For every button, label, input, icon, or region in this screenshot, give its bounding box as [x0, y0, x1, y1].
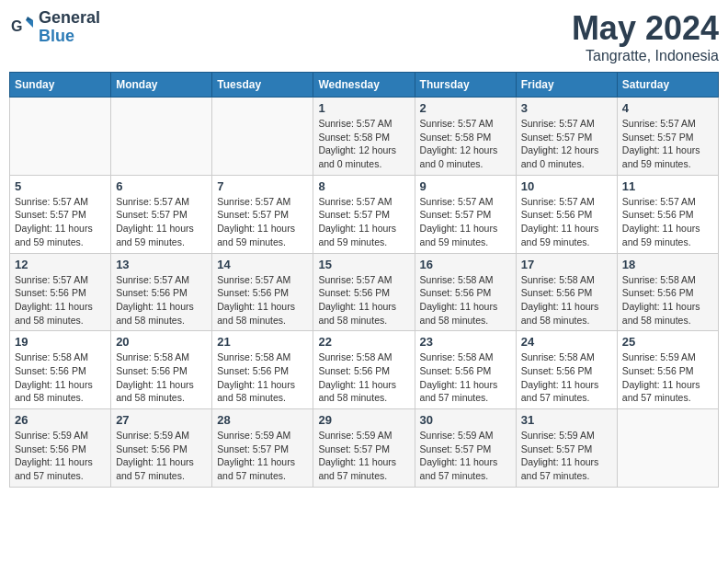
- day-number: 26: [15, 413, 106, 427]
- day-number: 24: [521, 335, 612, 349]
- calendar-cell: 21Sunrise: 5:58 AMSunset: 5:56 PMDayligh…: [212, 331, 313, 409]
- day-number: 18: [622, 258, 713, 271]
- calendar-cell: 24Sunrise: 5:58 AMSunset: 5:56 PMDayligh…: [516, 331, 617, 409]
- day-number: 11: [622, 179, 713, 193]
- day-info: Sunrise: 5:59 AMSunset: 5:57 PMDaylight:…: [420, 429, 511, 483]
- day-info: Sunrise: 5:57 AMSunset: 5:56 PMDaylight:…: [15, 273, 106, 327]
- weekday-header: Saturday: [617, 73, 718, 98]
- weekday-header: Wednesday: [313, 73, 415, 98]
- calendar-cell: 1Sunrise: 5:57 AMSunset: 5:58 PMDaylight…: [313, 98, 415, 176]
- calendar-cell: 11Sunrise: 5:57 AMSunset: 5:56 PMDayligh…: [617, 175, 718, 253]
- calendar-cell: 18Sunrise: 5:58 AMSunset: 5:56 PMDayligh…: [617, 253, 718, 331]
- weekday-header: Thursday: [415, 73, 516, 98]
- day-number: 12: [15, 258, 106, 271]
- day-number: 3: [521, 101, 612, 115]
- calendar-cell: 26Sunrise: 5:59 AMSunset: 5:56 PMDayligh…: [10, 409, 111, 488]
- calendar-cell: 19Sunrise: 5:58 AMSunset: 5:56 PMDayligh…: [10, 331, 111, 409]
- calendar-cell: 31Sunrise: 5:59 AMSunset: 5:57 PMDayligh…: [516, 409, 617, 488]
- day-info: Sunrise: 5:58 AMSunset: 5:56 PMDaylight:…: [217, 350, 308, 405]
- day-info: Sunrise: 5:57 AMSunset: 5:56 PMDaylight:…: [622, 195, 713, 249]
- calendar-cell: 28Sunrise: 5:59 AMSunset: 5:57 PMDayligh…: [212, 409, 313, 488]
- day-info: Sunrise: 5:59 AMSunset: 5:56 PMDaylight:…: [116, 429, 207, 483]
- day-info: Sunrise: 5:58 AMSunset: 5:56 PMDaylight:…: [318, 350, 409, 405]
- day-info: Sunrise: 5:57 AMSunset: 5:57 PMDaylight:…: [420, 195, 511, 249]
- calendar-cell: 25Sunrise: 5:59 AMSunset: 5:56 PMDayligh…: [617, 331, 718, 409]
- calendar-cell: 29Sunrise: 5:59 AMSunset: 5:57 PMDayligh…: [313, 409, 415, 488]
- calendar-cell: 10Sunrise: 5:57 AMSunset: 5:56 PMDayligh…: [516, 175, 617, 253]
- day-info: Sunrise: 5:57 AMSunset: 5:58 PMDaylight:…: [420, 117, 511, 171]
- day-info: Sunrise: 5:57 AMSunset: 5:57 PMDaylight:…: [318, 195, 409, 249]
- calendar-cell: 8Sunrise: 5:57 AMSunset: 5:57 PMDaylight…: [313, 175, 415, 253]
- title-block: May 2024 Tangratte, Indonesia: [572, 9, 719, 64]
- svg-text:G: G: [11, 18, 22, 34]
- day-number: 7: [217, 179, 308, 193]
- logo-text-line1: General: [39, 9, 100, 28]
- day-info: Sunrise: 5:57 AMSunset: 5:57 PMDaylight:…: [622, 117, 713, 171]
- day-number: 1: [318, 101, 409, 115]
- calendar-cell: 16Sunrise: 5:58 AMSunset: 5:56 PMDayligh…: [415, 253, 516, 331]
- day-number: 28: [217, 413, 308, 427]
- day-number: 5: [15, 179, 106, 193]
- calendar-body: 1Sunrise: 5:57 AMSunset: 5:58 PMDaylight…: [10, 98, 719, 488]
- calendar-cell: 9Sunrise: 5:57 AMSunset: 5:57 PMDaylight…: [415, 175, 516, 253]
- day-number: 25: [622, 335, 713, 349]
- day-number: 27: [116, 413, 207, 427]
- day-info: Sunrise: 5:57 AMSunset: 5:57 PMDaylight:…: [116, 195, 207, 249]
- calendar-week-row: 12Sunrise: 5:57 AMSunset: 5:56 PMDayligh…: [10, 253, 719, 331]
- calendar-cell: 14Sunrise: 5:57 AMSunset: 5:56 PMDayligh…: [212, 253, 313, 331]
- day-info: Sunrise: 5:59 AMSunset: 5:56 PMDaylight:…: [622, 350, 713, 405]
- day-info: Sunrise: 5:57 AMSunset: 5:56 PMDaylight:…: [217, 273, 308, 327]
- day-number: 22: [318, 335, 409, 349]
- calendar-cell: 12Sunrise: 5:57 AMSunset: 5:56 PMDayligh…: [10, 253, 111, 331]
- day-number: 23: [420, 335, 511, 349]
- day-number: 15: [318, 258, 409, 271]
- day-number: 19: [15, 335, 106, 349]
- calendar-cell: 15Sunrise: 5:57 AMSunset: 5:56 PMDayligh…: [313, 253, 415, 331]
- calendar-cell: 17Sunrise: 5:58 AMSunset: 5:56 PMDayligh…: [516, 253, 617, 331]
- day-info: Sunrise: 5:57 AMSunset: 5:56 PMDaylight:…: [116, 273, 207, 327]
- calendar-week-row: 5Sunrise: 5:57 AMSunset: 5:57 PMDaylight…: [10, 175, 719, 253]
- day-number: 21: [217, 335, 308, 349]
- day-info: Sunrise: 5:58 AMSunset: 5:56 PMDaylight:…: [15, 350, 106, 405]
- weekday-header: Friday: [516, 73, 617, 98]
- calendar-cell: 5Sunrise: 5:57 AMSunset: 5:57 PMDaylight…: [10, 175, 111, 253]
- day-number: 29: [318, 413, 409, 427]
- calendar-week-row: 1Sunrise: 5:57 AMSunset: 5:58 PMDaylight…: [10, 98, 719, 176]
- calendar-cell: 4Sunrise: 5:57 AMSunset: 5:57 PMDaylight…: [617, 98, 718, 176]
- calendar-cell: [111, 98, 212, 176]
- calendar-week-row: 19Sunrise: 5:58 AMSunset: 5:56 PMDayligh…: [10, 331, 719, 409]
- day-info: Sunrise: 5:57 AMSunset: 5:56 PMDaylight:…: [521, 195, 612, 249]
- month-title: May 2024: [572, 9, 719, 48]
- location: Tangratte, Indonesia: [572, 48, 719, 64]
- calendar-cell: 13Sunrise: 5:57 AMSunset: 5:56 PMDayligh…: [111, 253, 212, 331]
- calendar-cell: 3Sunrise: 5:57 AMSunset: 5:57 PMDaylight…: [516, 98, 617, 176]
- logo-icon: G: [9, 15, 35, 40]
- calendar-cell: [10, 98, 111, 176]
- day-number: 31: [521, 413, 612, 427]
- day-number: 4: [622, 101, 713, 115]
- day-info: Sunrise: 5:58 AMSunset: 5:56 PMDaylight:…: [521, 273, 612, 327]
- page-header: G General Blue May 2024 Tangratte, Indon…: [9, 9, 719, 64]
- day-number: 16: [420, 258, 511, 271]
- logo: G General Blue: [9, 9, 100, 46]
- day-info: Sunrise: 5:58 AMSunset: 5:56 PMDaylight:…: [622, 273, 713, 327]
- calendar-cell: 20Sunrise: 5:58 AMSunset: 5:56 PMDayligh…: [111, 331, 212, 409]
- day-info: Sunrise: 5:59 AMSunset: 5:57 PMDaylight:…: [217, 429, 308, 483]
- calendar-cell: [212, 98, 313, 176]
- calendar-cell: 27Sunrise: 5:59 AMSunset: 5:56 PMDayligh…: [111, 409, 212, 488]
- calendar-table: SundayMondayTuesdayWednesdayThursdayFrid…: [9, 72, 719, 488]
- calendar-cell: 30Sunrise: 5:59 AMSunset: 5:57 PMDayligh…: [415, 409, 516, 488]
- day-info: Sunrise: 5:57 AMSunset: 5:57 PMDaylight:…: [521, 117, 612, 171]
- calendar-cell: [617, 409, 718, 488]
- calendar-cell: 2Sunrise: 5:57 AMSunset: 5:58 PMDaylight…: [415, 98, 516, 176]
- weekday-header: Monday: [111, 73, 212, 98]
- day-info: Sunrise: 5:59 AMSunset: 5:57 PMDaylight:…: [318, 429, 409, 483]
- day-info: Sunrise: 5:58 AMSunset: 5:56 PMDaylight:…: [420, 273, 511, 327]
- day-number: 17: [521, 258, 612, 271]
- day-number: 10: [521, 179, 612, 193]
- calendar-cell: 7Sunrise: 5:57 AMSunset: 5:57 PMDaylight…: [212, 175, 313, 253]
- calendar-cell: 22Sunrise: 5:58 AMSunset: 5:56 PMDayligh…: [313, 331, 415, 409]
- weekday-header: Tuesday: [212, 73, 313, 98]
- calendar-cell: 6Sunrise: 5:57 AMSunset: 5:57 PMDaylight…: [111, 175, 212, 253]
- logo-text-line2: Blue: [39, 28, 100, 46]
